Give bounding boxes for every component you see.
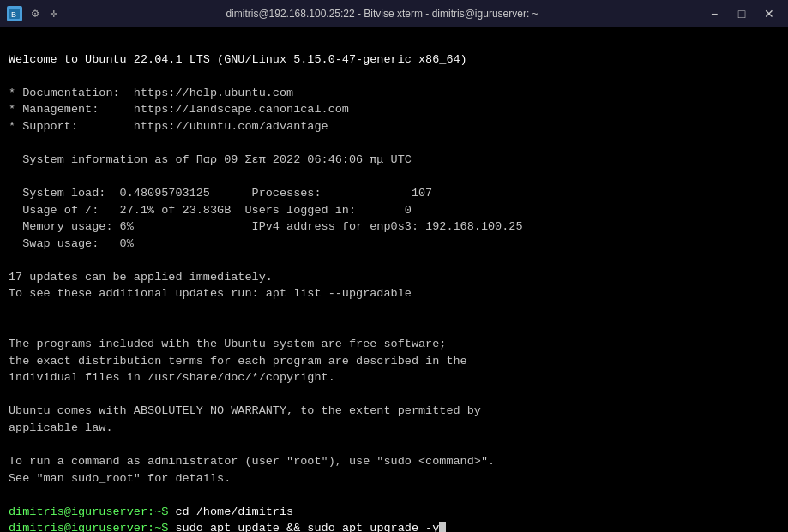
- window-controls: − □ ✕: [702, 5, 781, 22]
- minimize-button[interactable]: −: [702, 5, 726, 22]
- maximize-button[interactable]: □: [730, 5, 754, 22]
- titlebar-left: B ⚙ ✛: [7, 6, 62, 21]
- move-icon[interactable]: ✛: [46, 6, 62, 21]
- cursor: [439, 522, 446, 532]
- settings-icon[interactable]: ⚙: [27, 6, 43, 21]
- app-icon: B: [7, 6, 22, 21]
- prompt-1: dimitris@iguruserver:~$: [9, 505, 168, 518]
- documentation-line: * Documentation: https://help.ubuntu.com…: [9, 87, 523, 485]
- welcome-line: Welcome to Ubuntu 22.04.1 LTS (GNU/Linux…: [9, 53, 467, 66]
- close-button[interactable]: ✕: [757, 5, 781, 22]
- cmd-2: sudo apt update && sudo apt upgrade -y: [168, 522, 439, 532]
- menu-icons: ⚙ ✛: [27, 6, 62, 21]
- terminal-window[interactable]: Welcome to Ubuntu 22.04.1 LTS (GNU/Linux…: [0, 27, 788, 532]
- prompt-2: dimitris@iguruserver:~$: [9, 522, 168, 532]
- svg-text:B: B: [11, 10, 16, 19]
- titlebar: B ⚙ ✛ dimitris@192.168.100.25:22 - Bitvi…: [0, 0, 788, 27]
- cmd-1: cd /home/dimitris: [168, 505, 293, 518]
- titlebar-title: dimitris@192.168.100.25:22 - Bitvise xte…: [226, 8, 538, 20]
